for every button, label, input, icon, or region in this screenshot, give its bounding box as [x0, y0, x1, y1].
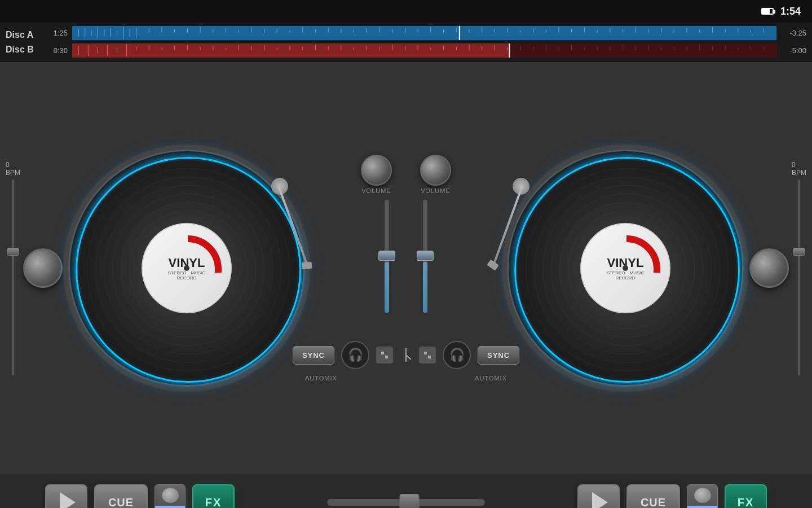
left-cue-btn[interactable]: CUE	[94, 484, 148, 509]
left-play-btn[interactable]	[45, 484, 87, 509]
right-pitch-indicator	[762, 256, 770, 266]
left-headphone-btn[interactable]: 🎧	[341, 341, 369, 369]
disc-a-end-time: -3:25	[781, 29, 806, 37]
right-play-btn[interactable]	[577, 484, 620, 509]
left-deck-controls: CUE on off FX	[45, 484, 235, 509]
mix-icons	[376, 347, 436, 364]
left-headphone-icon: 🎧	[348, 348, 363, 362]
disc-b-end-time: -5:00	[781, 46, 806, 55]
right-headphone-icon: 🎧	[449, 348, 465, 362]
right-play-icon	[592, 492, 608, 508]
right-turntable[interactable]: VINYL STEREO MUSIC RECORD	[507, 150, 744, 387]
left-fx-btn[interactable]: FX	[192, 484, 235, 509]
right-deck-controls: CUE on off FX	[577, 484, 767, 509]
battery-icon	[761, 8, 774, 15]
svg-rect-137	[385, 356, 388, 358]
right-headphone-btn[interactable]: 🎧	[443, 341, 471, 369]
fader-b-container	[417, 200, 433, 335]
volume-a-label: VOLUME	[361, 187, 391, 194]
volume-a-container: VOLUME	[361, 155, 392, 194]
status-time: 1:54	[780, 6, 801, 17]
crossfader-thumb[interactable]	[399, 494, 419, 508]
volume-b-container: VOLUME	[420, 155, 451, 194]
fader-a-fill	[385, 262, 389, 313]
left-tonearm-head	[302, 262, 312, 270]
left-bpm-slider[interactable]	[7, 179, 19, 375]
right-toggle-knob	[694, 488, 711, 503]
left-bpm-label: 0 BPM	[6, 161, 20, 177]
volume-knobs-row: VOLUME VOLUME	[361, 155, 451, 194]
left-tonearm	[243, 178, 288, 279]
fader-b-track[interactable]	[423, 200, 427, 313]
svg-rect-0	[72, 26, 776, 40]
left-bpm-slider-container: 0 BPM	[6, 161, 20, 375]
disc-a-time: 1:25	[48, 29, 68, 37]
waveforms: 1:25	[48, 25, 806, 59]
right-automix-label: AUTOMIX	[475, 375, 507, 382]
mix-icon-right[interactable]	[419, 347, 436, 364]
left-automix-label: AUTOMIX	[305, 375, 337, 382]
volume-b-label: VOLUME	[421, 187, 450, 194]
fader-b-fill	[423, 262, 427, 313]
fader-b-thumb[interactable]	[417, 251, 434, 261]
mixer-section: VOLUME VOLUME SY	[305, 62, 507, 474]
left-toggle-on: on	[155, 506, 185, 509]
left-bpm-thumb[interactable]	[7, 248, 19, 256]
disc-b-label: Disc B	[6, 45, 42, 55]
disc-labels: Disc A Disc B	[6, 30, 42, 55]
right-vinyl-sub3: RECORD	[616, 275, 636, 281]
disc-a-label: Disc A	[6, 30, 42, 40]
waveform-row-a: 1:25	[48, 25, 806, 41]
right-pitch-knob[interactable]	[749, 248, 789, 288]
svg-rect-134	[510, 43, 776, 58]
right-fx-btn[interactable]: FX	[725, 484, 767, 509]
right-bpm-thumb[interactable]	[793, 248, 805, 256]
crossfader-track[interactable]	[327, 499, 485, 506]
fader-row	[379, 200, 433, 335]
svg-rect-140	[424, 352, 427, 354]
right-on-off-toggle[interactable]: on off	[687, 484, 718, 509]
fader-a-thumb[interactable]	[378, 251, 395, 261]
left-turntable[interactable]: VINYL STEREO MUSIC RECORD	[68, 150, 305, 387]
left-center-dot	[184, 265, 189, 271]
dj-main: 0 BPM	[0, 62, 812, 474]
status-bar: 1:54	[0, 0, 812, 23]
right-center-dot	[623, 265, 628, 271]
waveform-bar-a[interactable]	[72, 26, 776, 40]
mix-needle-icon[interactable]	[398, 347, 414, 364]
svg-rect-141	[428, 356, 431, 358]
fader-a-container	[379, 200, 395, 335]
left-vinyl-label: VINYL STEREO MUSIC RECORD	[142, 223, 232, 313]
crossfader-section	[235, 499, 577, 506]
fader-a-track[interactable]	[385, 200, 389, 313]
right-cue-btn[interactable]: CUE	[626, 484, 680, 509]
waveform-row-b: 0:30	[48, 43, 806, 58]
left-vinyl-sub3: RECORD	[177, 275, 197, 281]
right-deck: VINYL STEREO MUSIC RECORD	[507, 150, 806, 387]
svg-line-139	[406, 355, 411, 360]
automix-labels-row: AUTOMIX AUTOMIX	[305, 375, 507, 382]
left-pitch-knob[interactable]	[23, 248, 63, 288]
volume-b-knob[interactable]	[420, 155, 451, 186]
waveform-area: Disc A Disc B 1:25	[0, 23, 812, 62]
waveform-bar-b[interactable]	[72, 43, 776, 58]
right-bpm-slider-container: 0 BPM	[792, 161, 806, 375]
left-play-icon	[60, 492, 76, 508]
left-vinyl-sub1: STEREO	[168, 270, 187, 275]
bottom-controls: CUE on off FX CUE on off FX	[0, 474, 812, 508]
right-bpm-label: 0 BPM	[792, 161, 806, 177]
svg-rect-136	[381, 352, 384, 354]
right-vinyl-sub1: STEREO	[607, 270, 625, 275]
right-tonearm	[513, 178, 558, 279]
right-toggle-on: on	[687, 506, 717, 509]
left-sync-headphone-row: SYNC 🎧	[293, 341, 519, 369]
left-toggle-knob	[162, 488, 179, 503]
right-vinyl-label: VINYL STEREO MUSIC RECORD	[580, 223, 670, 313]
mix-icon-left[interactable]	[376, 347, 393, 364]
disc-b-time: 0:30	[48, 46, 68, 55]
right-bpm-slider[interactable]	[793, 179, 805, 375]
left-deck: 0 BPM	[6, 150, 305, 387]
left-pitch-indicator	[36, 256, 43, 266]
left-on-off-toggle[interactable]: on off	[155, 484, 186, 509]
volume-a-knob[interactable]	[361, 155, 392, 186]
